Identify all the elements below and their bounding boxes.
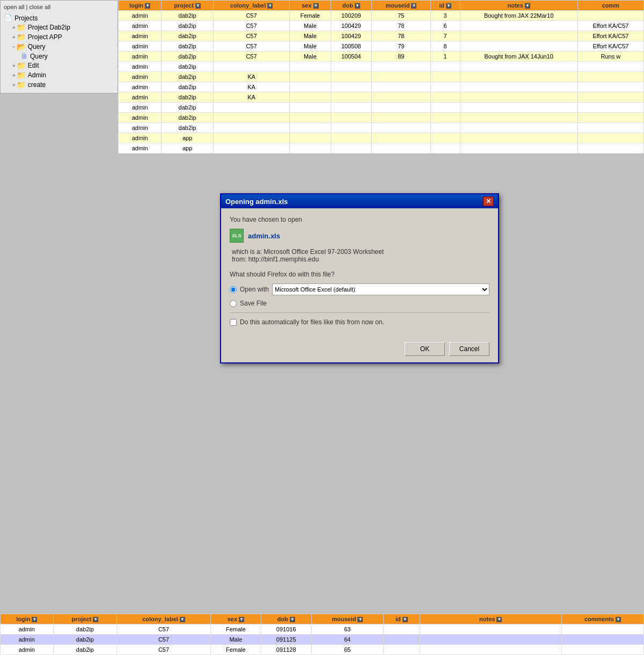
sort-icon-sex: ▼ bbox=[313, 3, 319, 9]
sidebar-item-query-item[interactable]: 🗎 Query bbox=[21, 52, 114, 61]
table-row: adminapp bbox=[119, 133, 644, 143]
col-colony-label[interactable]: colony_label▼ bbox=[213, 1, 289, 11]
expand-icon: + bbox=[12, 25, 16, 31]
table-row: admindab2ipC57Male100508798Effort KA/C57 bbox=[119, 41, 644, 52]
table-row: adminapp bbox=[119, 143, 644, 154]
save-file-label: Save File bbox=[240, 300, 267, 307]
dialog-body: You have chosen to open XLS admin.xls wh… bbox=[221, 208, 498, 338]
file-source-line: from: http://binf1.memphis.edu bbox=[232, 256, 489, 263]
table-row: admindab2ipC57Female09112865 bbox=[1, 645, 644, 655]
dialog-title: Opening admin.xls bbox=[225, 198, 288, 206]
cancel-button[interactable]: Cancel bbox=[449, 342, 489, 356]
sort-icon-id-b: ▼ bbox=[402, 617, 408, 622]
bottom-data-table: login▼ project▼ colony_label▼ sex▼ dob▼ … bbox=[0, 614, 644, 655]
col-login-b[interactable]: login▼ bbox=[1, 614, 54, 624]
file-type-icon: XLS bbox=[230, 229, 244, 243]
sidebar-item-project-dab2ip[interactable]: + 📁 Project Dab2ip bbox=[12, 23, 114, 32]
dialog-separator bbox=[230, 312, 489, 313]
top-data-table: login▼ project▼ colony_label▼ sex▼ dob▼ … bbox=[118, 0, 644, 154]
sort-icon-id: ▼ bbox=[446, 3, 451, 9]
file-name-label: admin.xls bbox=[248, 232, 280, 240]
table-row: admindab2ip bbox=[119, 62, 644, 72]
sort-icon-dob-b: ▼ bbox=[290, 617, 295, 622]
dialog-titlebar: Opening admin.xls ✕ bbox=[221, 194, 498, 208]
expand-icon: + bbox=[12, 82, 16, 88]
auto-label: Do this automatically for files like thi… bbox=[240, 318, 384, 326]
application-dropdown[interactable]: Microsoft Office Excel (default) bbox=[272, 283, 489, 295]
folder-icon: 📁 bbox=[17, 61, 26, 70]
col-notes[interactable]: notes▼ bbox=[460, 1, 577, 11]
sort-icon-login-b: ▼ bbox=[32, 617, 37, 622]
table-row: admindab2ipC57Male100429786Effort KA/C57 bbox=[119, 21, 644, 31]
col-sex-b[interactable]: sex▼ bbox=[210, 614, 261, 624]
expand-icon: − bbox=[12, 44, 16, 50]
sidebar-toplinks: open all | close all bbox=[4, 4, 114, 10]
open-all-link[interactable]: open all bbox=[4, 4, 25, 10]
top-table-area: login▼ project▼ colony_label▼ sex▼ dob▼ … bbox=[118, 0, 644, 154]
table-row: admindab2ipKA bbox=[119, 92, 644, 103]
col-dob-b[interactable]: dob▼ bbox=[261, 614, 311, 624]
save-file-radio[interactable] bbox=[230, 300, 237, 307]
sidebar-item-project-app[interactable]: + 📁 Project APP bbox=[12, 32, 114, 42]
sort-icon-sex-b: ▼ bbox=[239, 617, 244, 622]
sidebar-item-projects[interactable]: 📄 Projects bbox=[4, 13, 114, 23]
file-info-row: XLS admin.xls bbox=[230, 229, 489, 243]
close-all-link[interactable]: close all bbox=[30, 4, 51, 10]
open-with-radio[interactable] bbox=[230, 286, 237, 293]
col-project-b[interactable]: project▼ bbox=[53, 614, 116, 624]
sidebar-item-label: Query bbox=[30, 53, 48, 60]
auto-checkbox[interactable] bbox=[230, 319, 237, 326]
sort-icon-colony-b: ▼ bbox=[180, 617, 185, 622]
sidebar-item-label: create bbox=[28, 81, 46, 89]
table-row: admindab2ip bbox=[119, 123, 644, 133]
dialog-close-button[interactable]: ✕ bbox=[483, 196, 494, 206]
save-file-option: Save File bbox=[230, 300, 489, 307]
table-row: admindab2ipC57Female09101663 bbox=[1, 624, 644, 635]
table-row: admindab2ip bbox=[119, 103, 644, 113]
col-id[interactable]: id▼ bbox=[430, 1, 460, 11]
col-id-b[interactable]: id▼ bbox=[384, 614, 420, 624]
col-sex[interactable]: sex▼ bbox=[290, 1, 331, 11]
sort-icon-project-b: ▼ bbox=[93, 617, 98, 622]
expand-icon: + bbox=[12, 72, 16, 78]
ok-button[interactable]: OK bbox=[405, 342, 445, 356]
sidebar-item-label: Query bbox=[28, 43, 46, 50]
sidebar-item-edit[interactable]: + 📁 Edit bbox=[12, 61, 114, 70]
sidebar-item-label: Admin bbox=[28, 71, 46, 79]
col-dob[interactable]: dob▼ bbox=[331, 1, 371, 11]
col-notes-b[interactable]: notes▼ bbox=[420, 614, 561, 624]
table-row: admindab2ipC57Male100504891Bought from J… bbox=[119, 52, 644, 62]
open-with-label: Open with bbox=[240, 286, 269, 293]
table-row: admindab2ipKA bbox=[119, 82, 644, 92]
col-comments[interactable]: comm bbox=[577, 1, 643, 11]
col-colony-b[interactable]: colony_label▼ bbox=[117, 614, 211, 624]
sort-icon-mouseid-b: ▼ bbox=[357, 617, 363, 622]
col-comments-b[interactable]: comments▼ bbox=[561, 614, 643, 624]
dialog-footer: OK Cancel bbox=[221, 338, 498, 362]
file-type-info: which is a: Microsoft Office Excel 97-20… bbox=[232, 248, 489, 263]
col-mouseid-b[interactable]: mouseid▼ bbox=[311, 614, 383, 624]
auto-option: Do this automatically for files like thi… bbox=[230, 318, 489, 326]
dialog-question: What should Firefox do with this file? bbox=[230, 271, 489, 278]
sort-icon-comments-b: ▼ bbox=[616, 617, 621, 622]
sidebar-item-admin[interactable]: + 📁 Admin bbox=[12, 70, 114, 80]
dialog-message: You have chosen to open bbox=[230, 216, 489, 223]
col-mouseid[interactable]: mouseid▼ bbox=[372, 1, 431, 11]
sidebar-item-query-folder[interactable]: − 📂 Query bbox=[12, 42, 114, 52]
folder-icon: 📁 bbox=[17, 81, 26, 89]
folder-icon: 📁 bbox=[17, 33, 26, 41]
sidebar-item-label: Project APP bbox=[28, 33, 62, 41]
table-row: admindab2ipC57Male100429787Effort KA/C57 bbox=[119, 31, 644, 41]
folder-icon: 📁 bbox=[17, 23, 26, 32]
sidebar-item-label: Edit bbox=[28, 62, 39, 69]
sort-icon-colony: ▼ bbox=[267, 3, 273, 9]
file-open-dialog: Opening admin.xls ✕ You have chosen to o… bbox=[220, 193, 499, 363]
folder-open-icon: 📂 bbox=[17, 42, 26, 51]
bottom-table-area: login▼ project▼ colony_label▼ sex▼ dob▼ … bbox=[0, 614, 644, 655]
expand-icon: + bbox=[12, 63, 16, 69]
expand-icon: + bbox=[12, 34, 16, 40]
sidebar-item-create[interactable]: + 📁 create bbox=[12, 80, 114, 90]
col-login[interactable]: login▼ bbox=[119, 1, 162, 11]
col-project[interactable]: project▼ bbox=[162, 1, 213, 11]
file-type-line: which is a: Microsoft Office Excel 97-20… bbox=[232, 248, 489, 256]
